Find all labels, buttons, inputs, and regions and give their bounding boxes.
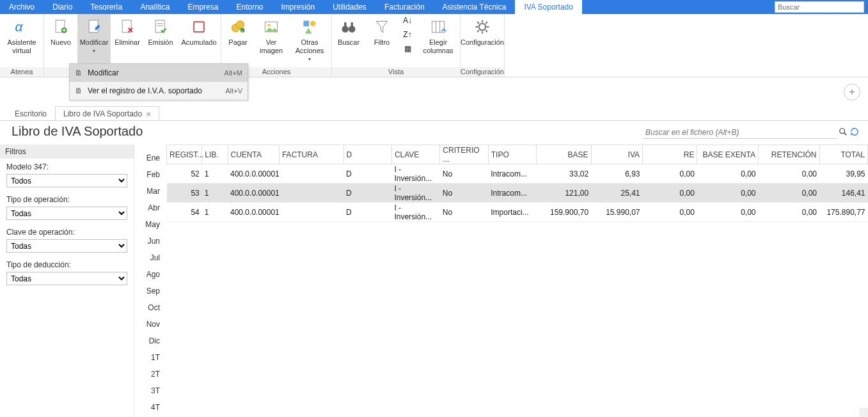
eliminar-button[interactable]: Eliminar: [111, 14, 144, 67]
cell: 159.900,70: [537, 203, 591, 222]
button-label: Buscar: [338, 38, 359, 47]
month-mar[interactable]: Mar: [146, 187, 160, 196]
filter-label: Tipo de operación:: [0, 191, 134, 205]
menu-item-facturaci-n[interactable]: Facturación: [375, 0, 434, 14]
cell: I - Inversión...: [391, 203, 439, 222]
filter-select[interactable]: Todos: [6, 174, 127, 187]
buscar-button[interactable]: Buscar: [332, 14, 365, 67]
page-title: Libro de IVA Soportado: [12, 124, 143, 139]
menu-item-anal-tica[interactable]: Analítica: [131, 0, 178, 14]
button-label: Pagar: [228, 38, 247, 47]
grid-horizontal-scrollbar[interactable]: [166, 408, 859, 417]
asistente-virtual-button[interactable]: αAsistente virtual: [0, 14, 43, 67]
month-sep[interactable]: Sep: [146, 287, 160, 295]
svg-point-15: [267, 24, 270, 26]
col-header[interactable]: CUENTA: [228, 145, 279, 164]
table-row[interactable]: 531400.0.0.00001DI - Inversión...NoIntra…: [167, 184, 868, 203]
svg-rect-5: [155, 20, 164, 33]
modificar-button[interactable]: Modificar▾: [77, 14, 111, 67]
cell: D: [343, 203, 391, 222]
filter-select[interactable]: Todas: [6, 272, 127, 285]
cell: 0,00: [758, 184, 819, 203]
grid-search-input[interactable]: [643, 126, 837, 139]
dropdown-item[interactable]: 🗎 Ver el registro de I.V.A. soportado Al…: [70, 82, 248, 100]
dropdown-item[interactable]: 🗎 Modificar Alt+M: [70, 64, 248, 82]
menu-item-diario[interactable]: Diario: [43, 0, 81, 14]
table-row[interactable]: 541400.0.0.00001DI - Inversión...NoImpor…: [167, 203, 868, 222]
cell: 400.0.0.00001: [228, 203, 279, 222]
menu-item-iva-soportado[interactable]: IVA Soportado: [515, 0, 582, 14]
tab-escritorio[interactable]: Escritorio: [6, 106, 55, 120]
filter-select[interactable]: Todas: [6, 207, 127, 220]
month-1t[interactable]: 1T: [151, 353, 160, 362]
col-header[interactable]: TOTAL: [819, 145, 868, 164]
add-button[interactable]: +: [844, 84, 860, 100]
binoculars-icon: [338, 17, 359, 37]
cell: 54: [167, 203, 202, 222]
menu-item-asistencia-t-cnica[interactable]: Asistencia Técnica: [434, 0, 516, 14]
col-header[interactable]: CLAVE: [391, 145, 439, 164]
ribbon-group: αAsistente virtualAtenea: [0, 14, 44, 77]
menu-search: [775, 1, 864, 13]
col-header[interactable]: BASE EXENTA: [697, 145, 759, 164]
col-header[interactable]: FACTURA: [279, 145, 343, 164]
col-header[interactable]: RETENCIÓN: [758, 145, 819, 164]
acumulado-button[interactable]: Acumulado: [177, 14, 221, 67]
emision-button[interactable]: Emisión: [144, 14, 177, 67]
nuevo-button[interactable]: Nuevo: [44, 14, 77, 67]
month-may[interactable]: May: [145, 220, 160, 229]
sort-asc-icon[interactable]: A↓: [401, 14, 414, 27]
refresh-icon[interactable]: [849, 127, 860, 138]
filter-select-wrap: Todas: [6, 272, 127, 285]
svg-rect-20: [344, 22, 347, 27]
sort-desc-icon[interactable]: Z↑: [401, 28, 414, 41]
col-header[interactable]: LIB.: [202, 145, 228, 164]
month-list: EneFebMarAbrMayJunJulAgoSepOctNovDic1T2T…: [134, 145, 166, 417]
menu-item-utilidades[interactable]: Utilidades: [324, 0, 375, 14]
tab-libro-de-iva-soportado[interactable]: Libro de IVA Soportado✕: [55, 106, 159, 120]
menu-item-archivo[interactable]: Archivo: [0, 0, 43, 14]
filtro-button[interactable]: Filtro: [365, 14, 398, 67]
elegir-columnas-button[interactable]: Elegir columnas: [416, 14, 460, 67]
month-jul[interactable]: Jul: [150, 253, 160, 262]
cell: [279, 203, 343, 222]
pagar-button[interactable]: +Pagar: [221, 14, 255, 67]
menu-item-empresa[interactable]: Empresa: [178, 0, 227, 14]
menu-item-entorno[interactable]: Entorno: [227, 0, 272, 14]
month-3t[interactable]: 3T: [151, 386, 160, 395]
col-header[interactable]: CRITERIO ...: [440, 145, 488, 164]
col-header[interactable]: TIPO: [488, 145, 536, 164]
col-header[interactable]: RE: [643, 145, 697, 164]
col-header[interactable]: BASE: [537, 145, 591, 164]
svg-line-32: [477, 30, 479, 32]
month-jun[interactable]: Jun: [148, 237, 160, 246]
grid-wrap: REGIST...LIB.CUENTAFACTURADCLAVECRITERIO…: [166, 145, 868, 417]
menu-item-tesorer-a[interactable]: Tesorería: [81, 0, 131, 14]
table-row[interactable]: 521400.0.0.00001DI - Inversión...NoIntra…: [167, 164, 868, 184]
month-ago[interactable]: Ago: [146, 270, 160, 279]
month-oct[interactable]: Oct: [148, 303, 160, 312]
filter-select[interactable]: Todas: [6, 239, 127, 253]
month-abr[interactable]: Abr: [148, 203, 160, 212]
menu-item-impresi-n[interactable]: Impresión: [272, 0, 324, 14]
cell: 0,00: [643, 184, 697, 203]
search-icon[interactable]: [837, 127, 849, 138]
filter-select-wrap: Todas: [6, 239, 127, 253]
otras-acciones-button[interactable]: Otras Acciones▾: [288, 14, 331, 67]
month-feb[interactable]: Feb: [146, 170, 160, 179]
month-dic[interactable]: Dic: [149, 336, 160, 345]
col-header[interactable]: IVA: [591, 145, 642, 164]
month-2t[interactable]: 2T: [151, 370, 160, 379]
ver-imagen-button[interactable]: Ver imagen: [255, 14, 288, 67]
close-icon[interactable]: ✕: [146, 111, 151, 118]
configuracion-button[interactable]: Configuración: [461, 14, 504, 67]
month-nov[interactable]: Nov: [146, 320, 160, 329]
cell: 0,00: [643, 164, 697, 184]
grid-small-icon[interactable]: ▦: [401, 42, 414, 55]
dropdown-label: Ver el registro de I.V.A. soportado: [88, 86, 225, 95]
month-4t[interactable]: 4T: [151, 403, 160, 412]
menu-search-input[interactable]: [775, 2, 864, 12]
month-ene[interactable]: Ene: [146, 153, 160, 162]
col-header[interactable]: D: [343, 145, 391, 164]
col-header[interactable]: REGIST...: [167, 145, 202, 164]
